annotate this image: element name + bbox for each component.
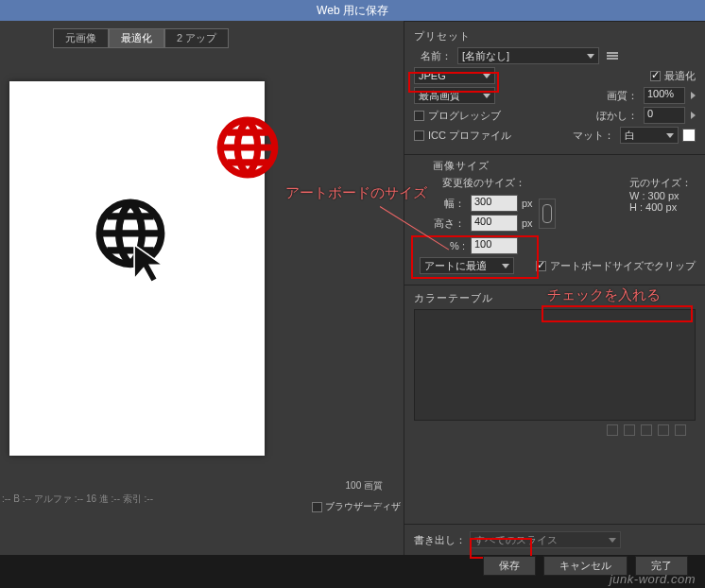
chevron-down-icon — [483, 94, 490, 98]
save-button[interactable]: 保存 — [483, 556, 536, 576]
annotation-box-format — [408, 72, 499, 93]
tab-optimized[interactable]: 最適化 — [109, 28, 164, 48]
trash-icon[interactable] — [675, 424, 686, 436]
preset-title: プリセット — [414, 29, 696, 43]
matte-label: マット： — [573, 129, 614, 143]
preset-menu-icon[interactable] — [607, 52, 618, 60]
tab-original[interactable]: 元画像 — [53, 28, 109, 48]
orig-width: W : 300 px — [629, 190, 692, 201]
browser-dither-label: ブラウザーディザ — [325, 500, 401, 513]
tool-icon[interactable] — [641, 424, 652, 436]
optimize-label: 最適化 — [664, 69, 696, 83]
browser-dither-checkbox[interactable] — [312, 502, 322, 512]
status-readout: :-- B :-- アルファ :-- 16 進 :-- 索引 :-- — [2, 493, 153, 506]
height-input[interactable]: 400 — [471, 215, 518, 232]
export-label: 書き出し： — [414, 533, 466, 547]
width-label: 幅： — [427, 197, 465, 211]
watermark: junk-word.com — [610, 572, 696, 586]
annotation-text-check: チェックを入れる — [547, 286, 661, 304]
tool-icon[interactable] — [658, 424, 669, 436]
annotation-box-size — [411, 235, 539, 279]
preview-canvas[interactable] — [9, 81, 265, 456]
preview-tabs: 元画像 最適化 2 アップ — [53, 28, 404, 48]
preset-name-select[interactable]: [名前なし] — [457, 47, 599, 64]
blur-flyout-icon[interactable] — [691, 112, 696, 119]
matte-select[interactable]: 白 — [620, 127, 679, 144]
quality-label: 画質： — [600, 89, 638, 103]
clip-artboard-label: アートボードサイズでクリップ — [550, 259, 696, 273]
preview-pane: 元画像 最適化 2 アップ 100 画質 :-- B :-- ア — [0, 21, 404, 555]
height-label: 高さ： — [427, 216, 465, 231]
chevron-down-icon — [587, 54, 594, 59]
artwork-globe-cursor — [91, 199, 170, 284]
color-table-tools — [414, 421, 696, 438]
orig-size-title: 元のサイズ： — [629, 176, 692, 190]
artwork-globe-red — [214, 113, 282, 182]
export-section: 書き出し： すべてのスライス — [404, 524, 705, 555]
browser-dither-row: ブラウザーディザ — [312, 500, 401, 513]
chevron-down-icon — [666, 133, 674, 138]
tab-two-up[interactable]: 2 アップ — [164, 28, 229, 48]
preset-name-label: 名前： — [414, 49, 452, 63]
progressive-checkbox[interactable] — [414, 111, 424, 121]
width-input[interactable]: 300 — [471, 195, 518, 212]
icc-checkbox[interactable] — [414, 130, 424, 141]
tool-icon[interactable] — [607, 424, 618, 436]
matte-swatch[interactable] — [682, 129, 696, 142]
window-title: Web 用に保存 — [317, 4, 388, 17]
blur-label: ぼかし： — [596, 109, 638, 123]
chevron-down-icon — [609, 538, 616, 543]
annotation-text-artboard-size: アートボードのサイズ — [285, 184, 427, 202]
quality-flyout-icon[interactable] — [691, 92, 696, 99]
blur-input[interactable]: 0 — [644, 107, 685, 124]
link-dimensions-icon[interactable] — [539, 199, 556, 229]
annotation-box-clip — [542, 305, 693, 322]
tool-icon[interactable] — [624, 424, 635, 436]
preview-quality-readout: 100 画質 — [346, 479, 383, 493]
color-table-grid[interactable] — [414, 309, 696, 421]
quality-input[interactable]: 100% — [644, 87, 685, 104]
window-titlebar: Web 用に保存 — [0, 0, 705, 21]
image-size-title: 画像サイズ — [433, 159, 490, 173]
progressive-label: プログレッシブ — [428, 109, 501, 123]
orig-height: H : 400 px — [629, 201, 692, 213]
original-size-block: 元のサイズ： W : 300 px H : 400 px — [629, 176, 692, 213]
icc-label: ICC プロファイル — [428, 129, 511, 143]
px-unit: px — [522, 198, 533, 209]
px-unit: px — [522, 217, 533, 229]
optimize-checkbox[interactable] — [650, 71, 661, 81]
